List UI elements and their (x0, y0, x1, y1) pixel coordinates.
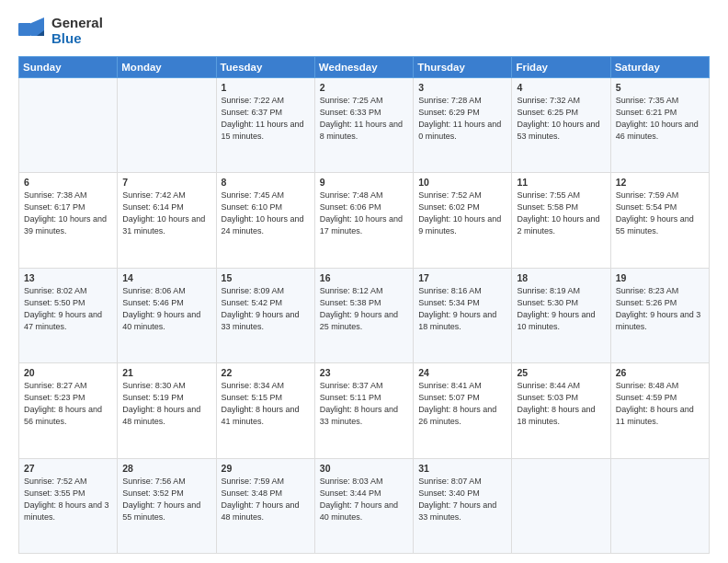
logo-general: General (51, 15, 103, 30)
weekday-header: Wednesday (314, 56, 413, 77)
calendar-cell: 30Sunrise: 8:03 AM Sunset: 3:44 PM Dayli… (314, 458, 413, 554)
day-number: 27 (24, 463, 112, 474)
day-number: 9 (320, 177, 408, 188)
calendar-header: SundayMondayTuesdayWednesdayThursdayFrid… (19, 56, 710, 77)
day-info: Sunrise: 8:09 AM Sunset: 5:42 PM Dayligh… (222, 285, 310, 333)
calendar-cell: 3Sunrise: 7:28 AM Sunset: 6:29 PM Daylig… (414, 77, 512, 173)
weekday-header: Sunday (19, 56, 118, 77)
day-info: Sunrise: 7:59 AM Sunset: 5:54 PM Dayligh… (616, 190, 704, 237)
calendar-cell: 6Sunrise: 7:38 AM Sunset: 6:17 PM Daylig… (19, 173, 118, 269)
calendar-cell (19, 77, 118, 173)
day-number: 13 (24, 272, 112, 283)
day-info: Sunrise: 8:48 AM Sunset: 4:59 PM Dayligh… (616, 380, 704, 428)
day-number: 23 (320, 367, 408, 378)
calendar-cell: 15Sunrise: 8:09 AM Sunset: 5:42 PM Dayli… (216, 268, 314, 363)
day-number: 17 (418, 272, 506, 283)
day-info: Sunrise: 7:42 AM Sunset: 6:14 PM Dayligh… (122, 190, 210, 237)
calendar-week-row: 13Sunrise: 8:02 AM Sunset: 5:50 PM Dayli… (19, 268, 710, 363)
calendar-cell: 19Sunrise: 8:23 AM Sunset: 5:26 PM Dayli… (610, 268, 709, 363)
day-number: 22 (222, 367, 310, 378)
day-info: Sunrise: 8:16 AM Sunset: 5:34 PM Dayligh… (418, 285, 506, 333)
weekday-header: Friday (512, 56, 610, 77)
day-info: Sunrise: 8:12 AM Sunset: 5:38 PM Dayligh… (320, 285, 408, 333)
day-number: 2 (320, 82, 408, 93)
day-info: Sunrise: 7:22 AM Sunset: 6:37 PM Dayligh… (222, 95, 310, 143)
calendar-cell: 1Sunrise: 7:22 AM Sunset: 6:37 PM Daylig… (216, 77, 314, 173)
calendar-cell: 18Sunrise: 8:19 AM Sunset: 5:30 PM Dayli… (512, 268, 610, 363)
day-number: 29 (222, 463, 310, 474)
logo: General Blue (18, 15, 103, 47)
calendar-cell: 25Sunrise: 8:44 AM Sunset: 5:03 PM Dayli… (512, 363, 610, 459)
calendar-week-row: 1Sunrise: 7:22 AM Sunset: 6:37 PM Daylig… (19, 77, 710, 173)
day-info: Sunrise: 8:23 AM Sunset: 5:26 PM Dayligh… (616, 285, 704, 333)
calendar-cell: 27Sunrise: 7:52 AM Sunset: 3:55 PM Dayli… (19, 458, 118, 554)
calendar-cell: 12Sunrise: 7:59 AM Sunset: 5:54 PM Dayli… (610, 173, 709, 269)
calendar-cell: 13Sunrise: 8:02 AM Sunset: 5:50 PM Dayli… (19, 268, 118, 363)
day-number: 12 (616, 177, 704, 188)
weekday-header: Thursday (414, 56, 512, 77)
calendar-cell: 2Sunrise: 7:25 AM Sunset: 6:33 PM Daylig… (314, 77, 413, 173)
day-info: Sunrise: 7:35 AM Sunset: 6:21 PM Dayligh… (616, 95, 704, 143)
page: General Blue SundayMondayTuesdayWednesda… (0, 0, 728, 563)
calendar-cell: 21Sunrise: 8:30 AM Sunset: 5:19 PM Dayli… (118, 363, 216, 459)
day-number: 18 (517, 272, 605, 283)
day-info: Sunrise: 7:55 AM Sunset: 5:58 PM Dayligh… (517, 190, 605, 237)
day-number: 7 (122, 177, 210, 188)
weekday-header: Monday (118, 56, 216, 77)
day-info: Sunrise: 7:52 AM Sunset: 6:02 PM Dayligh… (418, 190, 506, 237)
day-number: 5 (616, 82, 704, 93)
day-info: Sunrise: 8:34 AM Sunset: 5:15 PM Dayligh… (222, 380, 310, 428)
day-info: Sunrise: 8:02 AM Sunset: 5:50 PM Dayligh… (24, 285, 112, 333)
calendar-cell: 16Sunrise: 8:12 AM Sunset: 5:38 PM Dayli… (314, 268, 413, 363)
calendar-cell: 14Sunrise: 8:06 AM Sunset: 5:46 PM Dayli… (118, 268, 216, 363)
calendar-week-row: 20Sunrise: 8:27 AM Sunset: 5:23 PM Dayli… (19, 363, 710, 459)
day-number: 25 (517, 367, 605, 378)
day-info: Sunrise: 8:44 AM Sunset: 5:03 PM Dayligh… (517, 380, 605, 428)
day-info: Sunrise: 8:30 AM Sunset: 5:19 PM Dayligh… (122, 380, 210, 428)
calendar-cell: 28Sunrise: 7:56 AM Sunset: 3:52 PM Dayli… (118, 458, 216, 554)
day-number: 6 (24, 177, 112, 188)
day-info: Sunrise: 7:28 AM Sunset: 6:29 PM Dayligh… (418, 95, 506, 143)
calendar-cell: 11Sunrise: 7:55 AM Sunset: 5:58 PM Dayli… (512, 173, 610, 269)
day-number: 3 (418, 82, 506, 93)
day-number: 4 (517, 82, 605, 93)
logo-blue: Blue (51, 30, 103, 46)
svg-rect-0 (18, 23, 31, 36)
day-number: 26 (616, 367, 704, 378)
day-number: 19 (616, 272, 704, 283)
calendar-cell: 23Sunrise: 8:37 AM Sunset: 5:11 PM Dayli… (314, 363, 413, 459)
day-info: Sunrise: 7:25 AM Sunset: 6:33 PM Dayligh… (320, 95, 408, 143)
calendar-table: SundayMondayTuesdayWednesdayThursdayFrid… (18, 56, 710, 555)
day-number: 15 (222, 272, 310, 283)
day-number: 1 (222, 82, 310, 93)
header: General Blue (18, 15, 710, 47)
calendar-cell: 7Sunrise: 7:42 AM Sunset: 6:14 PM Daylig… (118, 173, 216, 269)
day-info: Sunrise: 7:59 AM Sunset: 3:48 PM Dayligh… (222, 476, 310, 523)
calendar-cell: 4Sunrise: 7:32 AM Sunset: 6:25 PM Daylig… (512, 77, 610, 173)
calendar-body: 1Sunrise: 7:22 AM Sunset: 6:37 PM Daylig… (19, 77, 710, 554)
day-number: 31 (418, 463, 506, 474)
day-info: Sunrise: 8:03 AM Sunset: 3:44 PM Dayligh… (320, 476, 408, 523)
day-info: Sunrise: 7:45 AM Sunset: 6:10 PM Dayligh… (222, 190, 310, 237)
calendar-cell: 10Sunrise: 7:52 AM Sunset: 6:02 PM Dayli… (414, 173, 512, 269)
calendar-cell: 17Sunrise: 8:16 AM Sunset: 5:34 PM Dayli… (414, 268, 512, 363)
weekday-row: SundayMondayTuesdayWednesdayThursdayFrid… (19, 56, 710, 77)
weekday-header: Saturday (610, 56, 709, 77)
day-info: Sunrise: 8:41 AM Sunset: 5:07 PM Dayligh… (418, 380, 506, 428)
day-info: Sunrise: 7:32 AM Sunset: 6:25 PM Dayligh… (517, 95, 605, 143)
day-info: Sunrise: 7:48 AM Sunset: 6:06 PM Dayligh… (320, 190, 408, 237)
calendar-cell: 9Sunrise: 7:48 AM Sunset: 6:06 PM Daylig… (314, 173, 413, 269)
weekday-header: Tuesday (216, 56, 314, 77)
day-number: 20 (24, 367, 112, 378)
calendar-cell: 5Sunrise: 7:35 AM Sunset: 6:21 PM Daylig… (610, 77, 709, 173)
day-number: 16 (320, 272, 408, 283)
calendar-cell (512, 458, 610, 554)
day-info: Sunrise: 7:52 AM Sunset: 3:55 PM Dayligh… (24, 476, 112, 523)
day-number: 24 (418, 367, 506, 378)
calendar-cell (610, 458, 709, 554)
calendar-week-row: 6Sunrise: 7:38 AM Sunset: 6:17 PM Daylig… (19, 173, 710, 269)
day-info: Sunrise: 8:37 AM Sunset: 5:11 PM Dayligh… (320, 380, 408, 428)
day-info: Sunrise: 8:06 AM Sunset: 5:46 PM Dayligh… (122, 285, 210, 333)
day-info: Sunrise: 8:27 AM Sunset: 5:23 PM Dayligh… (24, 380, 112, 428)
calendar-cell: 29Sunrise: 7:59 AM Sunset: 3:48 PM Dayli… (216, 458, 314, 554)
